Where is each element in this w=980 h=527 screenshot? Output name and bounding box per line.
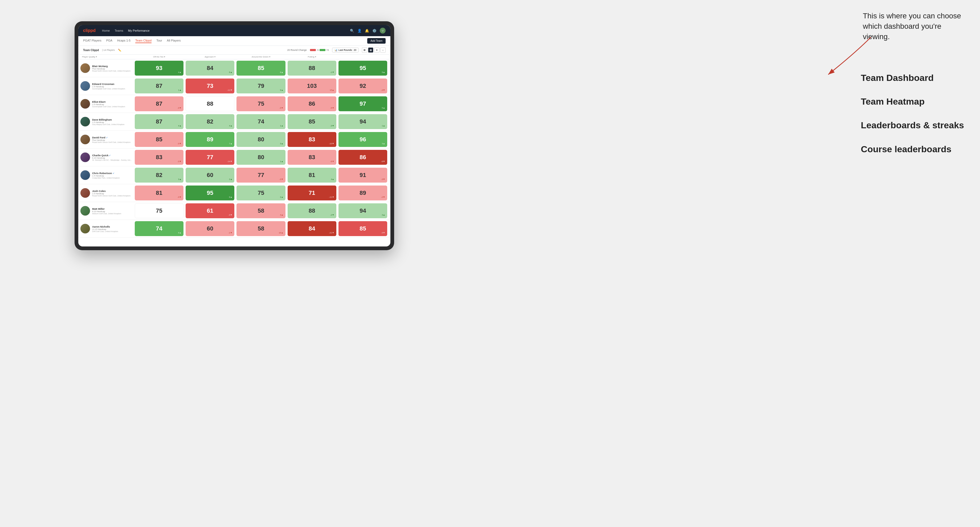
table-row[interactable]: Blair McHargPlus HandicapRoyal North Dev… (78, 59, 390, 77)
table-row[interactable]: Josh Coles1-5 HandicapRoyal North Devon … (78, 184, 390, 202)
col-player-quality[interactable]: Player Quality ▾ (80, 55, 134, 59)
verified-icon: ✓ (105, 137, 108, 139)
score-value: 84 (309, 225, 315, 232)
neg-label: -5 (317, 49, 319, 51)
table-row[interactable]: Edward Crossman1-5 HandicapSunningdale G… (78, 77, 390, 95)
score-change: -11▼ (329, 196, 334, 198)
tab-pgat-players[interactable]: PGAT Players (83, 39, 102, 43)
add-team-button[interactable]: Add Team (367, 38, 386, 44)
players-list: Blair McHargPlus HandicapRoyal North Dev… (78, 59, 390, 246)
score-value: 82 (207, 118, 213, 125)
score-cell: 81-3▼ (135, 186, 183, 200)
avatar (80, 63, 90, 73)
table-row[interactable]: Elliot Ebert1-5 HandicapSunningdale Golf… (78, 95, 390, 113)
user-icon[interactable]: 👤 (357, 29, 362, 33)
settings-icon[interactable]: ⚙️ (372, 29, 377, 33)
player-info: Edward Crossman1-5 HandicapSunningdale G… (80, 81, 134, 91)
table-row[interactable]: Matt Miller6-10 HandicapWoburn Golf Club… (78, 202, 390, 220)
nav-link-teams[interactable]: Teams (115, 29, 123, 32)
col-approach[interactable]: Approach ▾ (185, 55, 235, 59)
tab-all-players[interactable]: All Players (167, 39, 181, 43)
avatar (80, 117, 90, 126)
tab-hcaps[interactable]: Hcaps 1-5 (117, 39, 130, 43)
table-row[interactable]: Chris Robertson ✓1-5 HandicapCraigmillar… (78, 167, 390, 184)
score-value: 88 (309, 65, 315, 71)
score-cell: 584▲ (237, 203, 285, 218)
score-value: 82 (156, 171, 162, 179)
dashboard-options: Team Dashboard Team Heatmap Leaderboards… (861, 72, 964, 167)
score-value: 94 (360, 118, 366, 125)
score-cell: 803▲ (237, 132, 285, 147)
score-cell: 88-1▼ (288, 61, 336, 76)
score-cell: 814▲ (288, 168, 336, 183)
score-value: 97 (360, 100, 366, 107)
score-change: 3▲ (178, 178, 181, 181)
player-handicap: 6-10 Handicap (92, 157, 134, 159)
edit-icon[interactable]: ✏️ (118, 49, 121, 52)
player-handicap: 1-5 Handicap (92, 175, 134, 177)
score-value: 87 (156, 100, 162, 107)
score-value: 86 (309, 100, 315, 107)
score-change: 2▲ (280, 196, 283, 198)
player-info: Aaron Nicholls11-15 HandicapDrift Golf C… (80, 224, 134, 233)
player-handicap: 11-15 Handicap (92, 228, 134, 230)
tab-pga[interactable]: PGA (106, 39, 112, 43)
score-cell: 75-3▼ (237, 96, 285, 111)
nav-link-my-performance[interactable]: My Performance (128, 29, 150, 32)
score-change: -4▼ (381, 232, 385, 234)
score-change: 8▲ (229, 196, 232, 198)
score-change: 3▲ (382, 214, 385, 216)
col-putting[interactable]: Putting ▾ (286, 55, 337, 59)
neg-bar (310, 49, 316, 51)
player-handicap: 1-5 Handicap (92, 103, 134, 106)
search-icon[interactable]: 🔍 (350, 29, 354, 33)
score-change: -3▼ (177, 196, 181, 198)
score-cell: 73-11▼ (186, 78, 234, 94)
score-change: 2▲ (229, 178, 232, 181)
score-change: 1▲ (382, 125, 385, 127)
score-cell: 84-21▼ (288, 221, 336, 236)
view-download-icon[interactable]: ↓ (380, 48, 386, 53)
table-row[interactable]: Aaron Nicholls11-15 HandicapDrift Golf C… (78, 220, 390, 238)
view-chart-icon[interactable]: ≡ (374, 48, 379, 53)
col-off-tee[interactable]: Off the Tee ▾ (134, 55, 185, 59)
view-grid-icon[interactable]: ⊞ (362, 48, 367, 53)
score-change: -6▼ (330, 160, 334, 163)
score-cell: 77-14▼ (186, 150, 234, 165)
avatar[interactable]: U (380, 28, 386, 33)
score-value: 74 (156, 225, 162, 232)
last-rounds-value: 20 (354, 49, 356, 51)
score-value: 85 (309, 118, 315, 125)
col-around-green[interactable]: Around the Green ▾ (235, 55, 286, 59)
score-value: 83 (309, 136, 315, 143)
nav-link-home[interactable]: Home (102, 29, 110, 32)
player-name: David Ford ✓ (92, 136, 134, 139)
player-club: Sunningdale Golf Club, United Kingdom (92, 88, 134, 90)
bell-icon[interactable]: 🔔 (365, 29, 369, 33)
score-value: 103 (307, 83, 317, 89)
tab-team-clippd[interactable]: Team Clippd (135, 39, 151, 43)
score-change: 4▲ (331, 178, 334, 181)
player-info: Charlie Quick ✓6-10 HandicapSt. George's… (80, 152, 134, 162)
score-change: -3▼ (177, 142, 181, 145)
player-club: Royal North Devon Golf Club, United King… (92, 70, 134, 72)
tab-tour[interactable]: Tour (156, 39, 162, 43)
player-club: St. George's Hill GC - Weybridge - Surre… (92, 159, 134, 161)
table-row[interactable]: David Ford ✓Plus HandicapRoyal North Dev… (78, 131, 390, 149)
score-cell: 897▲ (186, 132, 234, 147)
score-value: 91 (360, 171, 366, 179)
score-change: -3▼ (177, 107, 181, 109)
view-heatmap-icon[interactable]: ▦ (368, 48, 373, 53)
score-cell: 86-6▼ (288, 96, 336, 111)
player-club: Gog Magog Golf Club, United Kingdom (92, 124, 134, 125)
last-rounds-button[interactable]: 📊 Last Rounds: 20 (332, 48, 359, 52)
player-name: Elliot Ebert (92, 100, 134, 103)
score-change: -2▼ (381, 196, 385, 198)
score-cell: 846▲ (186, 61, 234, 76)
score-value: 86 (360, 154, 366, 161)
score-value: 58 (258, 225, 264, 232)
table-row[interactable]: Charlie Quick ✓6-10 HandicapSt. George's… (78, 149, 390, 167)
table-row[interactable]: Dave Billingham1-5 HandicapGog Magog Gol… (78, 113, 390, 131)
score-value: 77 (258, 171, 264, 179)
score-change: -3▼ (381, 89, 385, 91)
